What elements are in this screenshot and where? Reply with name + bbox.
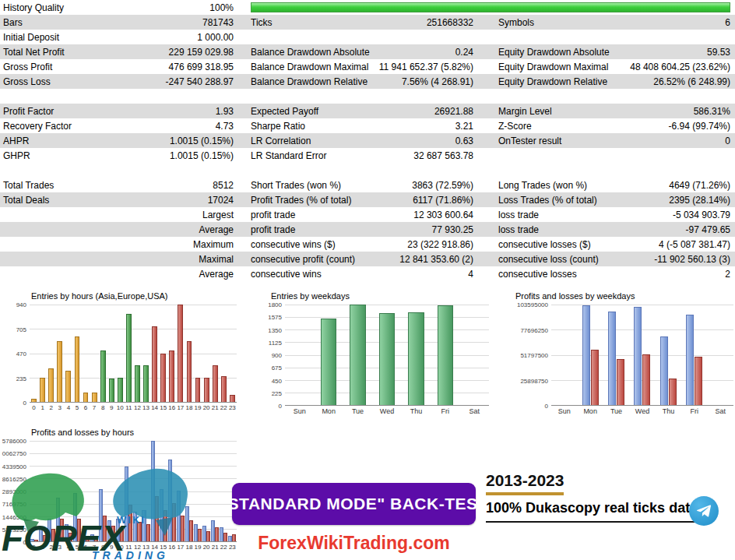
x-tick-label: 12 bbox=[133, 544, 142, 551]
stat-label: Balance Drawdown Maximal bbox=[251, 62, 368, 72]
stat-cell: consecutive profit (count)12 841 353.60 … bbox=[241, 254, 477, 265]
stat-value: -11 902 560.13 (3) bbox=[654, 254, 730, 265]
stat-value: -97 479.65 bbox=[686, 224, 730, 235]
x-tick-label: Tue bbox=[343, 407, 372, 415]
y-tick-label: 7169750 bbox=[0, 501, 26, 508]
stat-label: Profit Trades (% of total) bbox=[251, 195, 351, 206]
chart-entries-by-weekdays: Entries by weekdays180015751350112590067… bbox=[262, 291, 489, 415]
x-tick-label: 22 bbox=[220, 544, 228, 551]
table-spacer-row bbox=[0, 89, 735, 104]
stat-cell: Long Trades (won %)4649 (71.26%) bbox=[477, 180, 735, 191]
x-tick-label: 22 bbox=[220, 404, 228, 411]
profits-losses-by-hours-bar-loss-7 bbox=[94, 538, 98, 541]
stat-cell: History Quality100% bbox=[0, 2, 241, 13]
profits-losses-by-hours-bar-loss-5 bbox=[77, 519, 81, 541]
stat-value: 2 bbox=[725, 269, 730, 280]
website-link[interactable]: ForexWikiTrading.com bbox=[232, 533, 476, 554]
y-tick-label: 0 bbox=[0, 539, 26, 546]
stat-label: GHPR bbox=[3, 150, 30, 161]
entries-by-hours-bar-3 bbox=[57, 341, 62, 402]
stat-value: 4 (-5 087 381.47) bbox=[659, 239, 730, 250]
stat-cell: Average bbox=[0, 224, 241, 235]
x-tick-label: Wed bbox=[372, 407, 401, 415]
stat-cell: Recovery Factor4.73 bbox=[0, 121, 241, 132]
history-quality-progress-bar bbox=[251, 2, 730, 12]
stat-value: 0.24 bbox=[455, 47, 473, 58]
stat-label: AHPR bbox=[3, 136, 29, 146]
x-tick-label: 8 bbox=[99, 544, 107, 551]
stat-label: Recovery Factor bbox=[3, 121, 72, 132]
y-tick-label: 8616250 bbox=[0, 475, 26, 482]
entries-by-hours-bar-18 bbox=[187, 341, 192, 402]
stat-label: consecutive losses ($) bbox=[498, 239, 591, 250]
x-tick-label: 14 bbox=[150, 544, 159, 551]
stat-cell: profit trade12 303 600.64 bbox=[241, 210, 477, 220]
stat-value: 229 159 029.98 bbox=[169, 47, 234, 58]
table-row: Maximumconsecutive wins ($)23 (322 918.8… bbox=[0, 237, 735, 252]
y-tick-label: 900 bbox=[258, 352, 282, 359]
chart-title: Profits and losses by weekdays bbox=[515, 291, 733, 301]
stat-value: 4.73 bbox=[216, 121, 234, 132]
stat-cell: Bars781743 bbox=[0, 17, 241, 28]
table-row: History Quality100% bbox=[0, 0, 735, 15]
stat-value: 6117 (71.86%) bbox=[413, 195, 473, 206]
stat-value: Average bbox=[199, 224, 234, 235]
table-row: Averageconsecutive wins4consecutive loss… bbox=[0, 266, 735, 281]
stat-value: 26.52% (6 248.99) bbox=[653, 76, 730, 87]
table-row: Gross Profit476 699 318.95Balance Drawdo… bbox=[0, 59, 735, 74]
stat-cell: Profit Trades (% of total)6117 (71.86%) bbox=[241, 195, 477, 206]
table-row: Initial Deposit1 000.00 bbox=[0, 30, 735, 44]
stat-label: LR Standard Error bbox=[251, 150, 326, 161]
stat-value: 1.93 bbox=[216, 106, 234, 117]
stat-value: 12 303 600.64 bbox=[413, 210, 473, 220]
stat-label: Gross Profit bbox=[3, 62, 52, 72]
stat-cell: Maximal bbox=[0, 254, 241, 265]
stat-cell: Equity Drawdown Maximal48 408 604.25 (23… bbox=[477, 62, 735, 72]
stat-label: Gross Loss bbox=[3, 76, 51, 87]
stat-value: 11 941 652.37 (5.82%) bbox=[379, 62, 473, 72]
telegram-icon[interactable] bbox=[689, 496, 719, 526]
profits-losses-by-hours-bar-loss-19 bbox=[198, 529, 202, 541]
profits-losses-by-hours-bar-loss-22 bbox=[223, 533, 227, 541]
logo-text-trading: TRADING bbox=[92, 549, 169, 560]
x-tick-label: 17 bbox=[176, 404, 185, 411]
table-row: Total Net Profit229 159 029.98Balance Dr… bbox=[0, 44, 735, 59]
stat-value: 26921.88 bbox=[434, 106, 473, 117]
x-tick-label: 6 bbox=[81, 404, 90, 411]
stats-table: History Quality100%Bars781743Ticks251668… bbox=[0, 0, 735, 281]
x-tick-label: 4 bbox=[64, 404, 72, 411]
stat-value: 2395 (28.14%) bbox=[669, 195, 730, 206]
x-axis: SunMonTueWedThuFriSat bbox=[285, 407, 489, 415]
profits-losses-by-weekdays-bar-profit-Mon bbox=[582, 305, 590, 405]
stat-value: 586.31% bbox=[694, 106, 730, 117]
stat-cell: Gross Loss-247 540 288.97 bbox=[0, 76, 241, 87]
y-tick-label: 1350 bbox=[258, 326, 282, 333]
entries-by-hours-bar-10 bbox=[118, 378, 123, 402]
stat-label: Total Net Profit bbox=[3, 47, 65, 58]
stat-cell: Largest bbox=[0, 210, 241, 220]
y-tick-label: 0062750 bbox=[0, 450, 26, 457]
stat-label: Profit Factor bbox=[3, 106, 54, 117]
stat-value: 0.63 bbox=[455, 136, 473, 146]
y-tick-label: 0 bbox=[258, 403, 282, 410]
entries-by-hours-bar-23 bbox=[230, 395, 235, 402]
paper-plane-icon bbox=[695, 502, 713, 520]
x-axis: SunMonTueWedThuFriSat bbox=[551, 407, 733, 415]
entries-by-hours-bar-14 bbox=[152, 326, 157, 402]
y-tick-label: 4339500 bbox=[0, 463, 26, 470]
y-tick-label: 103595000 bbox=[503, 301, 548, 308]
x-tick-label: 11 bbox=[125, 544, 133, 551]
stat-label: Sharpe Ratio bbox=[251, 121, 305, 132]
x-axis: 01234567891011121314151617181920212223 bbox=[30, 544, 237, 551]
stat-label: Ticks bbox=[251, 17, 273, 28]
x-tick-label: Thu bbox=[656, 407, 681, 415]
profits-losses-by-weekdays-bar-profit-Thu bbox=[660, 336, 668, 405]
chart-title: Entries by hours (Asia,Europe,USA) bbox=[31, 291, 237, 301]
x-tick-label: 6 bbox=[81, 544, 90, 551]
x-tick-label: 20 bbox=[202, 404, 211, 411]
x-axis: 01234567891011121314151617181920212223 bbox=[30, 404, 237, 411]
stat-label: loss trade bbox=[498, 224, 539, 235]
chart-profits-losses-by-weekdays: Profits and losses by weekdays1035950007… bbox=[506, 291, 733, 415]
stat-value: 476 699 318.95 bbox=[169, 62, 234, 72]
entries-by-hours-bar-12 bbox=[135, 365, 140, 402]
